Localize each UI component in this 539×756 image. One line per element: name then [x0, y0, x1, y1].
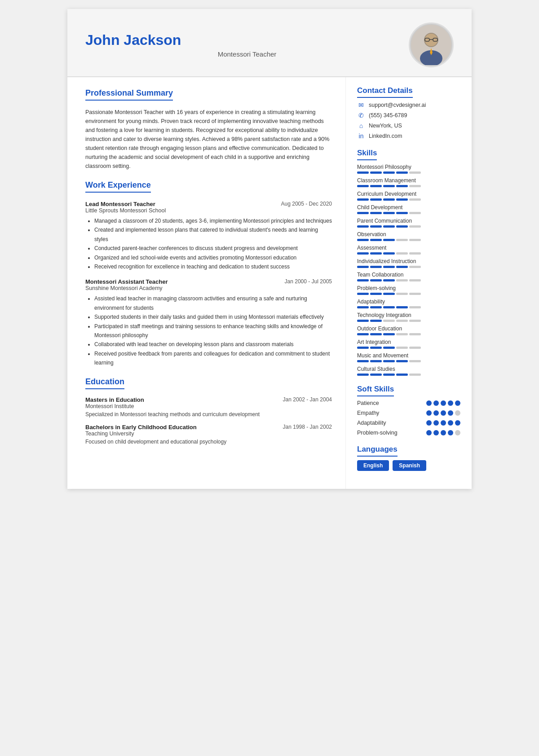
candidate-title: Montessori Teacher [85, 50, 409, 58]
edu-header: Masters in Education Jan 2002 - Jan 2004 [85, 396, 332, 403]
contact-icon: in [357, 132, 365, 140]
skill-segment [370, 374, 382, 376]
education-item: Bachelors in Early Childhood Education J… [85, 424, 332, 445]
header-left: John Jackson Montessori Teacher [85, 32, 409, 58]
skill-segment [383, 225, 395, 228]
contact-text: support@cvdesigner.ai [369, 102, 426, 108]
skill-name: Team Collaboration [357, 272, 460, 278]
job-bullet: Created and implemented lesson plans tha… [94, 225, 332, 244]
skill-segment [370, 347, 382, 349]
contact-icon: ✆ [357, 112, 365, 119]
skill-segment [383, 347, 395, 349]
education-container: Masters in Education Jan 2002 - Jan 2004… [85, 396, 332, 445]
soft-skill-item: Adaptability [357, 420, 460, 426]
soft-skill-dot [441, 410, 446, 416]
soft-skill-dot [433, 420, 439, 426]
edu-dates: Jan 1998 - Jan 2002 [283, 424, 332, 430]
soft-skill-item: Patience [357, 400, 460, 406]
job-bullet: Managed a classroom of 20 students, ages… [94, 216, 332, 225]
skill-segment [383, 293, 395, 295]
skill-name: Observation [357, 231, 460, 237]
skill-segment [370, 185, 382, 187]
soft-skill-dot [448, 420, 453, 426]
edu-description: Specialized in Montessori teaching metho… [85, 411, 332, 418]
skill-segment [396, 185, 408, 187]
skill-segment [383, 306, 395, 308]
soft-skill-dot [426, 410, 432, 416]
skill-segment [409, 212, 421, 214]
edu-degree: Bachelors in Early Childhood Education [85, 424, 197, 431]
skill-segment [396, 225, 408, 228]
svg-point-3 [425, 34, 437, 46]
contact-container: ✉ support@cvdesigner.ai ✆ (555) 345-6789… [357, 101, 460, 140]
language-badges: EnglishSpanish [357, 460, 460, 471]
skill-segment [409, 279, 421, 281]
contact-title: Contact Details [357, 86, 413, 98]
skill-segment [383, 360, 395, 362]
job-bullet: Received recognition for excellence in t… [94, 262, 332, 271]
job-item: Lead Montessori Teacher Aug 2005 - Dec 2… [85, 201, 332, 271]
skill-segment [357, 171, 369, 174]
skill-segment [383, 374, 395, 376]
skill-segment [409, 239, 421, 241]
edu-dates: Jan 2002 - Jan 2004 [283, 396, 332, 403]
skills-title: Skills [357, 149, 377, 160]
skill-item: Curriculum Development [357, 191, 460, 201]
skill-name: Curriculum Development [357, 191, 460, 197]
soft-skill-dot [433, 430, 439, 435]
skill-segment [370, 239, 382, 241]
skill-segment [357, 374, 369, 376]
skill-bar [357, 198, 460, 201]
skill-segment [396, 320, 408, 322]
body: Professional Summary Passionate Montesso… [67, 77, 472, 489]
education-title: Education [85, 377, 124, 389]
job-bullet: Supported students in their daily tasks … [94, 312, 332, 321]
skill-segment [409, 198, 421, 201]
job-company: Little Sprouts Montessori School [85, 207, 332, 214]
work-experience-section: Work Experience Lead Montessori Teacher … [85, 180, 332, 367]
skill-segment [357, 306, 369, 308]
skill-segment [396, 333, 408, 335]
skill-bar [357, 239, 460, 241]
jobs-container: Lead Montessori Teacher Aug 2005 - Dec 2… [85, 201, 332, 367]
skill-segment [396, 374, 408, 376]
skill-item: Classroom Management [357, 177, 460, 187]
skill-name: Assessment [357, 245, 460, 251]
contact-item: ✆ (555) 345-6789 [357, 112, 460, 119]
job-bullets: Assisted lead teacher in managing classr… [94, 294, 332, 367]
edu-description: Focused on child development and educati… [85, 439, 332, 445]
skill-segment [396, 347, 408, 349]
language-badge: English [357, 460, 389, 471]
skill-segment [409, 252, 421, 255]
skill-segment [383, 252, 395, 255]
skill-segment [370, 266, 382, 268]
languages-section: Languages EnglishSpanish [357, 445, 460, 471]
contact-icon: ⌂ [357, 122, 365, 129]
skill-segment [396, 239, 408, 241]
skill-bar [357, 320, 460, 322]
soft-skill-dot [455, 420, 460, 426]
skill-name: Outdoor Education [357, 325, 460, 332]
soft-skill-dot [426, 420, 432, 426]
skill-segment [357, 266, 369, 268]
soft-skill-dot [448, 400, 453, 406]
skill-name: Music and Movement [357, 352, 460, 359]
job-bullet: Organized and led school-wide events and… [94, 253, 332, 262]
skill-segment [370, 212, 382, 214]
soft-skill-name: Patience [357, 400, 379, 406]
skill-segment [409, 293, 421, 295]
skill-bar [357, 306, 460, 308]
skill-segment [383, 279, 395, 281]
skills-section: Skills Montessori PhilosophyClassroom Ma… [357, 149, 460, 376]
skill-segment [357, 185, 369, 187]
skill-item: Problem-solving [357, 285, 460, 295]
skill-segment [370, 320, 382, 322]
soft-skill-dots [426, 430, 460, 435]
skill-segment [357, 279, 369, 281]
soft-skill-dot [441, 430, 446, 435]
skill-segment [396, 279, 408, 281]
contact-text: (555) 345-6789 [369, 112, 407, 119]
summary-section: Professional Summary Passionate Montesso… [85, 88, 332, 171]
skill-item: Art Integration [357, 339, 460, 349]
job-bullet: Participated in staff meetings and train… [94, 322, 332, 340]
